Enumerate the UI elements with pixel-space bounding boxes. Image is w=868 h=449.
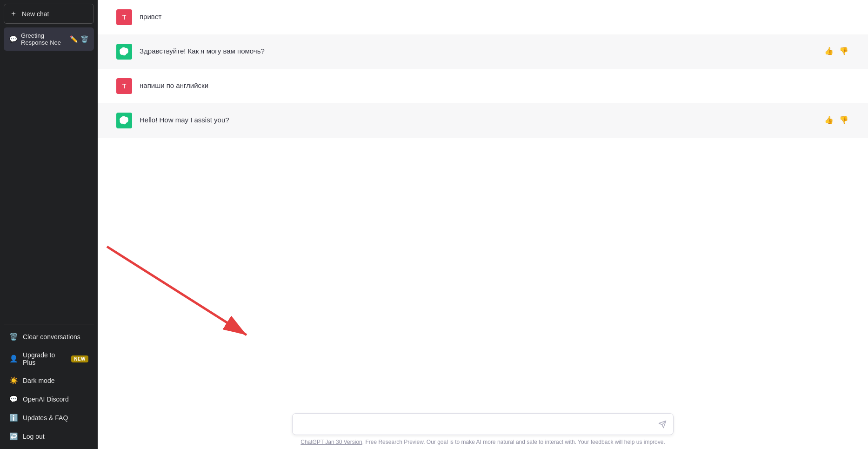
thumbs-down-button[interactable]: 👎 (838, 114, 849, 125)
footer-text: ChatGPT Jan 30 Version. Free Research Pr… (300, 439, 665, 445)
message-row: T напиши по английски (98, 69, 868, 103)
thumbs-up-button[interactable]: 👍 (823, 114, 835, 125)
user-icon: 👤 (9, 355, 18, 363)
footer-description: . Free Research Preview. Our goal is to … (362, 439, 665, 445)
sidebar-item-logout-label: Log out (23, 433, 45, 440)
new-badge: NEW (71, 355, 88, 362)
plus-icon: ＋ (10, 9, 17, 19)
delete-icon[interactable]: 🗑️ (80, 35, 88, 43)
sidebar-item-darkmode-label: Dark mode (23, 377, 54, 384)
history-item[interactable]: 💬 Greeting Response Nee ✏️ 🗑️ (4, 27, 94, 51)
sidebar-bottom: 🗑️ Clear conversations 👤 Upgrade to Plus… (4, 324, 94, 445)
new-chat-label: New chat (22, 10, 49, 18)
sidebar-item-discord[interactable]: 💬 OpenAI Discord (4, 390, 94, 408)
assistant-avatar (116, 44, 132, 60)
send-icon (658, 420, 667, 429)
message-row: Здравствуйте! Как я могу вам помочь? 👍 👎 (98, 34, 868, 69)
logout-icon: ↩️ (9, 432, 18, 441)
sidebar-item-darkmode[interactable]: ☀️ Dark mode (4, 372, 94, 389)
thumbs-up-button[interactable]: 👍 (823, 46, 835, 56)
input-area: ChatGPT Jan 30 Version. Free Research Pr… (98, 408, 868, 449)
new-chat-button[interactable]: ＋ New chat (4, 4, 94, 24)
message-actions: 👍 👎 (823, 44, 849, 56)
sidebar-item-clear-label: Clear conversations (23, 333, 80, 341)
sidebar-item-logout[interactable]: ↩️ Log out (4, 428, 94, 445)
user-avatar: T (116, 78, 132, 94)
history-item-label: Greeting Response Nee (21, 32, 66, 46)
discord-icon: 💬 (9, 395, 18, 403)
message-content: напиши по английски (140, 78, 521, 91)
chat-icon: 💬 (9, 35, 17, 43)
input-wrapper (292, 413, 674, 435)
message-content: привет (140, 9, 521, 22)
history-item-actions: ✏️ 🗑️ (70, 35, 88, 43)
user-avatar: T (116, 9, 132, 25)
sun-icon: ☀️ (9, 376, 18, 385)
edit-icon[interactable]: ✏️ (70, 35, 78, 43)
message-actions: 👍 👎 (823, 113, 849, 125)
sidebar: ＋ New chat 💬 Greeting Response Nee ✏️ 🗑️… (0, 0, 98, 449)
message-content: Здравствуйте! Как я могу вам помочь? (140, 44, 521, 57)
sidebar-item-upgrade-label: Upgrade to Plus (23, 351, 67, 366)
info-icon: ℹ️ (9, 414, 18, 422)
sidebar-item-discord-label: OpenAI Discord (23, 395, 69, 403)
messages-container: T привет Здравствуйте! Как я могу вам по… (98, 0, 868, 408)
thumbs-down-button[interactable]: 👎 (838, 46, 849, 56)
sidebar-item-updates-label: Updates & FAQ (23, 414, 68, 422)
footer-link[interactable]: ChatGPT Jan 30 Version (300, 439, 362, 445)
main-content: T привет Здравствуйте! Как я могу вам по… (98, 0, 868, 449)
message-row: Hello! How may I assist you? 👍 👎 (98, 103, 868, 138)
send-button[interactable] (656, 418, 668, 430)
sidebar-item-clear[interactable]: 🗑️ Clear conversations (4, 328, 94, 346)
message-content: Hello! How may I assist you? (140, 113, 521, 126)
trash-icon: 🗑️ (9, 333, 18, 341)
sidebar-item-upgrade[interactable]: 👤 Upgrade to Plus NEW (4, 347, 94, 371)
message-row: T привет (98, 0, 868, 34)
chat-input[interactable] (293, 414, 673, 435)
chat-history: 💬 Greeting Response Nee ✏️ 🗑️ (4, 27, 94, 324)
sidebar-item-updates[interactable]: ℹ️ Updates & FAQ (4, 409, 94, 427)
assistant-avatar (116, 113, 132, 128)
